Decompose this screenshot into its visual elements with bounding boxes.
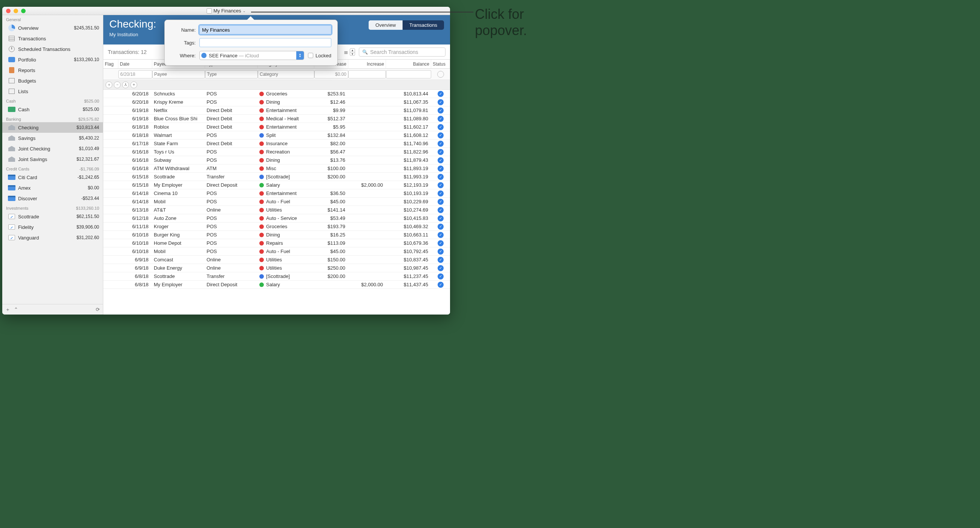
filter-date[interactable] (118, 70, 152, 78)
table-row[interactable]: 6/19/18NetflixDirect DebitEntertainment$… (103, 106, 450, 115)
table-row[interactable]: 6/20/18Krispy KremePOSDining$12.46$11,06… (103, 98, 450, 106)
sidebar-item-scottrade[interactable]: Scottrade$62,151.50 (2, 211, 103, 222)
where-dropdown[interactable]: SEE Finance — iCloud ▲▼ (199, 51, 304, 60)
sidebar-item-cash[interactable]: Cash$525.00 (2, 104, 103, 115)
table-row[interactable]: 6/9/18ComcastOnlineUtilities$150.00$10,8… (103, 256, 450, 264)
cell-date: 6/15/18 (118, 174, 152, 180)
cell-decrease: $53.49 (314, 215, 348, 221)
cell-payee: ATM Withdrawal (152, 166, 205, 171)
locked-checkbox[interactable]: Locked (308, 53, 331, 59)
add-transaction-button[interactable]: ＋ (105, 81, 112, 88)
category-dot-icon (259, 274, 264, 279)
table-row[interactable]: 6/16/18Toys r UsPOSRecreation$56.47$11,8… (103, 148, 450, 156)
sidebar-item-savings[interactable]: Savings$5,430.22 (2, 133, 103, 143)
filter-increase[interactable] (348, 70, 386, 78)
filter-balance[interactable] (386, 70, 431, 78)
cell-category: Salary (258, 282, 314, 287)
table-row[interactable]: 6/10/18Home DepotPOSRepairs$113.09$10,67… (103, 239, 450, 247)
category-dot-icon (259, 224, 264, 229)
account-title: Checking: (109, 18, 156, 30)
bank-icon (8, 146, 15, 151)
sidebar-item-amex[interactable]: Amex$0.00 (2, 183, 103, 193)
sidebar-item-lists[interactable]: Lists (2, 86, 103, 97)
split-button[interactable]: ⅄ (122, 81, 129, 88)
tab-transactions[interactable]: Transactions (402, 20, 444, 30)
sidebar: GeneralOverview$245,351.50TransactionsSc… (2, 15, 103, 314)
sidebar-item-citi-card[interactable]: Citi Card-$1,242.65 (2, 172, 103, 183)
col-increase[interactable]: Increase (348, 60, 386, 68)
status-check-icon: ✓ (438, 132, 444, 139)
sidebar-item-vanguard[interactable]: Vanguard$31,202.60 (2, 232, 103, 243)
table-row[interactable]: 6/12/18Auto ZonePOSAuto - Service$53.49$… (103, 214, 450, 223)
sidebar-group-total: $29,575.82 (78, 117, 99, 121)
cell-date: 6/10/18 (118, 249, 152, 254)
table-row[interactable]: 6/10/18Burger KingPOSDining$16.25$10,663… (103, 231, 450, 239)
cell-decrease: $13.76 (314, 157, 348, 163)
minimize-button[interactable] (14, 9, 18, 13)
sidebar-item-scheduled-transactions[interactable]: Scheduled Transactions (2, 44, 103, 54)
cell-type: Online (205, 265, 258, 271)
table-row[interactable]: 6/18/18RobloxDirect DebitEntertainment$5… (103, 123, 450, 131)
sidebar-item-discover[interactable]: Discover-$523.44 (2, 193, 103, 204)
document-title-button[interactable]: My Finances ⌄ (207, 8, 246, 14)
filter-type[interactable] (205, 70, 258, 78)
category-dot-icon (259, 116, 264, 121)
filter-payee[interactable] (152, 70, 205, 78)
cell-payee: Home Depot (152, 240, 205, 246)
table-row[interactable]: 6/20/18SchnucksPOSGroceries$253.91$10,81… (103, 90, 450, 98)
table-row[interactable]: 6/9/18Duke EnergyOnlineUtilities$250.00$… (103, 264, 450, 272)
collapse-button[interactable]: ⌃ (14, 306, 18, 312)
sidebar-item-checking[interactable]: Checking$10,813.44 (2, 122, 103, 133)
tags-field[interactable] (199, 38, 331, 47)
sidebar-item-reports[interactable]: Reports (2, 65, 103, 75)
col-date[interactable]: Date (118, 60, 152, 68)
cell-balance: $10,837.45 (386, 257, 431, 263)
table-row[interactable]: 6/18/18WalmartPOSSplit$132.84$11,608.12✓ (103, 131, 450, 140)
add-button[interactable]: ＋ (5, 306, 10, 313)
category-dot-icon (259, 92, 264, 96)
sidebar-item-fidelity[interactable]: Fidelity$39,906.00 (2, 222, 103, 232)
col-flag[interactable]: Flag (103, 60, 118, 68)
table-row[interactable]: 6/19/18Blue Cross Blue ShiDirect DebitMe… (103, 115, 450, 123)
bank-icon (8, 125, 15, 130)
sidebar-item-portfolio[interactable]: Portfolio$133,260.10 (2, 54, 103, 65)
close-button[interactable] (6, 9, 11, 13)
sidebar-item-budgets[interactable]: Budgets (2, 75, 103, 86)
table-row[interactable]: 6/13/18AT&TOnlineUtilities$141.14$10,274… (103, 206, 450, 214)
sidebar-item-joint-checking[interactable]: Joint Checking$1,010.49 (2, 143, 103, 154)
table-row[interactable]: 6/14/18MobilPOSAuto - Fuel$45.00$10,229.… (103, 198, 450, 206)
filter-decrease[interactable] (314, 70, 348, 78)
table-row[interactable]: 6/11/18KrogerPOSGroceries$193.79$10,469.… (103, 223, 450, 231)
where-label: Where: (169, 53, 196, 59)
filter-category[interactable] (258, 70, 314, 78)
cell-date: 6/10/18 (118, 240, 152, 246)
table-row[interactable]: 6/8/18My EmployerDirect DepositSalary$2,… (103, 281, 450, 289)
tag-button[interactable]: ⌖ (130, 81, 137, 88)
cell-date: 6/20/18 (118, 99, 152, 105)
zoom-button[interactable] (21, 9, 25, 13)
table-row[interactable]: 6/17/18State FarmDirect DebitInsurance$8… (103, 140, 450, 148)
filter-status[interactable] (437, 71, 444, 78)
list-icon: ≣ (344, 49, 348, 55)
col-status[interactable]: Status (431, 60, 450, 68)
search-input[interactable]: 🔍 Search Transactions (359, 48, 445, 57)
table-row[interactable]: 6/16/18ATM WithdrawalATMMisc$100.00$11,8… (103, 164, 450, 173)
table-row[interactable]: 6/8/18ScottradeTransfer[Scottrade]$200.0… (103, 272, 450, 281)
sidebar-item-overview[interactable]: Overview$245,351.50 (2, 22, 103, 33)
cell-balance: $10,792.45 (386, 249, 431, 254)
tab-overview[interactable]: Overview (369, 20, 402, 30)
status-check-icon: ✓ (438, 273, 444, 279)
name-field[interactable] (199, 25, 331, 34)
table-row[interactable]: 6/14/18Cinema 10POSEntertainment$36.50$1… (103, 189, 450, 198)
refresh-button[interactable]: ⟳ (96, 306, 100, 312)
table-row[interactable]: 6/10/18MobilPOSAuto - Fuel$45.00$10,792.… (103, 247, 450, 256)
sidebar-item-transactions[interactable]: Transactions (2, 33, 103, 44)
table-row[interactable]: 6/16/18SubwayPOSDining$13.76$11,879.43✓ (103, 156, 450, 164)
cell-decrease: $193.79 (314, 223, 348, 229)
sidebar-item-joint-savings[interactable]: Joint Savings$12,321.67 (2, 154, 103, 164)
list-style-stepper[interactable]: ≣ ▲▼ (344, 48, 355, 56)
col-balance[interactable]: Balance (386, 60, 431, 68)
remove-transaction-button[interactable]: － (114, 81, 121, 88)
table-row[interactable]: 6/15/18ScottradeTransfer[Scottrade]$200.… (103, 173, 450, 181)
table-row[interactable]: 6/15/18My EmployerDirect DepositSalary$2… (103, 181, 450, 189)
